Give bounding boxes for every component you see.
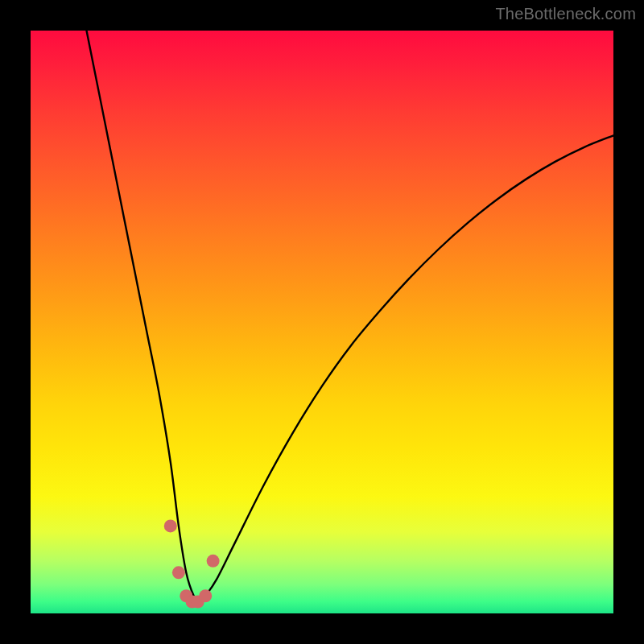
highlight-point: [172, 566, 185, 579]
watermark-text: TheBottleneck.com: [495, 5, 636, 23]
curve-svg: [31, 31, 613, 613]
chart-frame: TheBottleneck.com: [0, 0, 644, 644]
marker-group: [164, 519, 220, 608]
highlight-point: [199, 589, 212, 602]
plot-area: [31, 31, 613, 613]
bottleneck-curve: [87, 31, 614, 602]
highlight-point: [164, 519, 177, 532]
highlight-point: [207, 555, 220, 568]
